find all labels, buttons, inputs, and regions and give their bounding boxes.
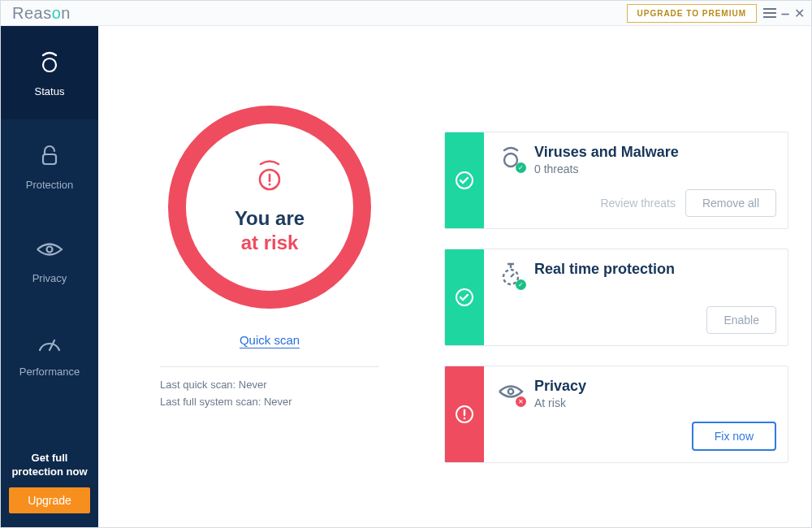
status-text-line2: at risk bbox=[241, 232, 299, 254]
card-subtitle: 0 threats bbox=[534, 162, 679, 175]
sidebar-item-label: Status bbox=[35, 85, 65, 97]
card-title: Real time protection bbox=[534, 261, 675, 278]
status-stripe-ok bbox=[445, 249, 484, 345]
sidebar-item-label: Privacy bbox=[32, 272, 67, 284]
sidebar-item-privacy[interactable]: Privacy bbox=[1, 213, 98, 306]
stopwatch-icon: ✓ bbox=[497, 261, 525, 288]
last-quick-scan-label: Last quick scan: Never bbox=[160, 379, 379, 391]
sidebar-item-protection[interactable]: Protection bbox=[1, 119, 98, 213]
svg-point-16 bbox=[464, 418, 466, 420]
check-circle-icon bbox=[456, 171, 473, 189]
check-circle-icon bbox=[456, 288, 473, 306]
gauge-icon bbox=[35, 328, 64, 357]
svg-point-2 bbox=[47, 247, 53, 253]
status-stripe-bad bbox=[445, 366, 484, 462]
last-full-scan-label: Last full system scan: Never bbox=[160, 396, 379, 408]
sidebar-item-performance[interactable]: Performance bbox=[1, 306, 98, 400]
card-realtime: ✓ Real time protection Enable bbox=[444, 249, 788, 346]
alert-icon bbox=[256, 160, 283, 196]
sidebar-item-label: Performance bbox=[19, 366, 80, 378]
card-title: Viruses and Malware bbox=[534, 144, 679, 161]
eye-icon bbox=[35, 235, 64, 264]
card-title: Privacy bbox=[534, 378, 586, 395]
card-privacy: ✕ PrivacyAt risk Fix now bbox=[444, 366, 788, 463]
svg-line-13 bbox=[511, 274, 514, 277]
status-text-line1: You are bbox=[235, 207, 304, 230]
review-threats-link[interactable]: Review threats bbox=[600, 197, 676, 210]
enable-button[interactable]: Enable bbox=[706, 306, 776, 334]
svg-point-17 bbox=[508, 389, 513, 394]
card-viruses: ✓ Viruses and Malware0 threats Review th… bbox=[444, 132, 788, 229]
upgrade-button[interactable]: Upgrade bbox=[9, 487, 90, 513]
fix-now-button[interactable]: Fix now bbox=[692, 422, 776, 451]
svg-point-8 bbox=[504, 154, 517, 167]
status-panel: You are at risk Quick scan Last quick sc… bbox=[127, 49, 412, 505]
title-bar: Reason UPGRADE TO PREMIUM ‒ ✕ bbox=[1, 1, 811, 26]
eye-icon: ✕ bbox=[497, 378, 525, 405]
app-logo: Reason bbox=[12, 4, 71, 23]
sidebar-item-label: Protection bbox=[26, 179, 74, 191]
alert-circle-icon bbox=[456, 405, 473, 423]
card-subtitle: At risk bbox=[534, 396, 586, 409]
sidebar: Status Protection Privacy Performance Ge… bbox=[1, 26, 98, 528]
virus-icon: ✓ bbox=[497, 144, 525, 171]
upgrade-cta-text: Get fullprotection now bbox=[9, 451, 90, 479]
svg-rect-1 bbox=[43, 154, 56, 164]
remove-all-button[interactable]: Remove all bbox=[685, 189, 776, 217]
status-stripe-ok bbox=[445, 132, 484, 228]
status-icon bbox=[35, 48, 64, 77]
close-button[interactable]: ✕ bbox=[794, 6, 805, 21]
hamburger-icon[interactable] bbox=[763, 8, 776, 18]
lock-icon bbox=[35, 141, 64, 171]
divider bbox=[160, 366, 379, 367]
upgrade-premium-button[interactable]: UPGRADE TO PREMIUM bbox=[627, 4, 758, 23]
quick-scan-link[interactable]: Quick scan bbox=[240, 333, 300, 348]
svg-point-0 bbox=[43, 58, 56, 71]
svg-point-6 bbox=[269, 184, 271, 186]
minimize-button[interactable]: ‒ bbox=[781, 6, 789, 21]
sidebar-item-status[interactable]: Status bbox=[1, 26, 98, 119]
status-ring: You are at risk bbox=[168, 106, 371, 309]
